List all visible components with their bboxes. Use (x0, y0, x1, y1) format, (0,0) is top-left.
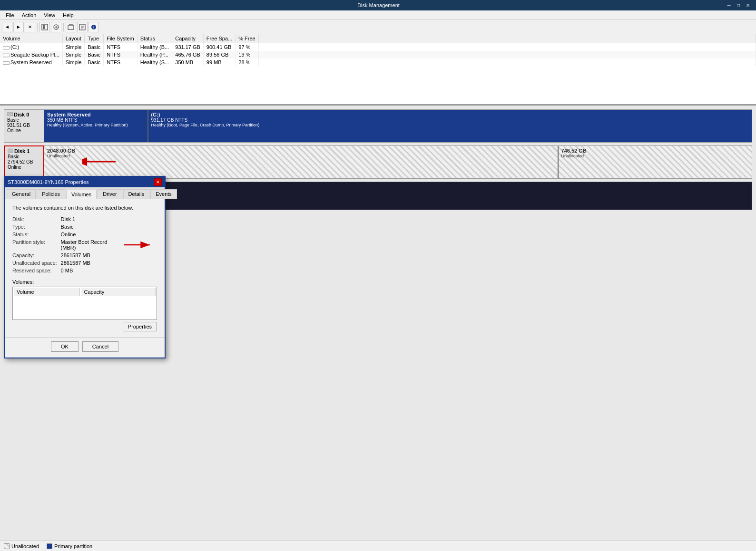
toolbar-btn-3[interactable] (66, 22, 76, 32)
legend-unallocated: Unallocated (4, 543, 39, 549)
col-status: Status (137, 34, 172, 43)
annotation-arrow-2 (124, 240, 157, 250)
svg-rect-18 (7, 112, 13, 116)
cell-type: Basic (85, 58, 104, 66)
capacity-label: Capacity: (12, 252, 57, 258)
partition-name: System Reserved (47, 112, 145, 117)
toolbar-btn-4[interactable] (77, 22, 88, 32)
disk1-name: Disk 1 (8, 148, 40, 154)
cell-status: Healthy (P... (137, 51, 172, 58)
status-label: Status: (12, 232, 57, 237)
menu-file[interactable]: File (2, 11, 18, 19)
cell-fs: NTFS (104, 51, 137, 58)
type-label: Type: (12, 224, 57, 230)
col-filesystem: File System (104, 34, 137, 43)
tab-volumes[interactable]: Volumes (66, 190, 97, 199)
forward-button[interactable]: ► (13, 22, 24, 32)
cell-capacity: 931.17 GB (172, 43, 204, 51)
disk1-partitions: 2048.00 GB Unallocated (44, 145, 752, 179)
menu-bar: File Action View Help (0, 10, 756, 20)
toolbar-btn-5[interactable]: i (88, 22, 99, 32)
back-button[interactable]: ◄ (2, 22, 12, 32)
volumes-table: Volume Capacity (12, 287, 157, 320)
legend-primary-label: Primary partition (54, 543, 92, 549)
cell-capacity: 465.76 GB (172, 51, 204, 58)
tab-general[interactable]: General (7, 189, 36, 199)
svg-rect-17 (3, 62, 9, 64)
annotation-arrow-1 (82, 155, 120, 170)
tab-driver[interactable]: Driver (98, 189, 122, 199)
cancel-button[interactable]: Cancel (82, 341, 118, 352)
unallocated-label: Unallocated space: (12, 260, 57, 266)
partition-name: (C:) (151, 112, 749, 117)
capacity-value: 2861587 MB (61, 252, 157, 258)
col-layout: Layout (62, 34, 85, 43)
tab-policies[interactable]: Policies (37, 189, 65, 199)
toolbar-separator-2 (63, 23, 64, 31)
minimize-button[interactable]: ─ (725, 1, 733, 9)
svg-text:i: i (93, 25, 94, 29)
cell-fs: NTFS (104, 43, 137, 51)
dialog-description: The volumes contained on this disk are l… (12, 205, 157, 211)
menu-action[interactable]: Action (18, 11, 40, 19)
toolbar-btn-1[interactable] (39, 22, 50, 32)
partition-unallocated-2[interactable]: 746.52 GB Unallocated (559, 146, 752, 178)
partition-size: 350 MB NTFS (47, 117, 145, 123)
window-title: Disk Management (32, 2, 725, 8)
window-controls[interactable]: ─ □ ✕ (725, 1, 752, 9)
unallocated-value: 2861587 MB (61, 260, 157, 266)
dialog-footer: OK Cancel (5, 337, 165, 358)
reserved-value: 0 MB (61, 268, 157, 273)
col-freespace: Free Spa... (203, 34, 235, 43)
ok-button[interactable]: OK (51, 341, 79, 352)
status-value: Online (61, 232, 157, 237)
partition-size: 931.17 GB NTFS (151, 117, 749, 123)
disk0-partitions: System Reserved 350 MB NTFS Healthy (Sys… (44, 109, 752, 143)
partition-c[interactable]: (C:) 931.17 GB NTFS Healthy (Boot, Page … (148, 110, 752, 142)
partition-system-reserved[interactable]: System Reserved 350 MB NTFS Healthy (Sys… (44, 110, 148, 142)
menu-help[interactable]: Help (59, 11, 78, 19)
disk0-type: Basic (7, 117, 41, 123)
table-row[interactable]: System Reserved Simple Basic NTFS Health… (0, 58, 756, 66)
toolbar-btn-2[interactable] (51, 22, 61, 32)
cell-pct: 28 % (236, 58, 258, 66)
properties-dialog: ST3000DM001-9YN166 Properties ✕ General … (4, 176, 166, 358)
disk1-label[interactable]: Disk 1 Basic 2794.52 GB Online (4, 145, 44, 179)
cell-status: Healthy (S... (137, 58, 172, 66)
legend-primary: Primary partition (47, 543, 92, 549)
disk0-label[interactable]: Disk 0 Basic 931.51 GB Online (4, 109, 44, 143)
cell-free: 99 MB (203, 58, 235, 66)
up-button[interactable]: ✕ (25, 22, 35, 32)
cell-type: Basic (85, 51, 104, 58)
disk0-row: Disk 0 Basic 931.51 GB Online System Res… (4, 109, 752, 143)
cell-layout: Simple (62, 51, 85, 58)
properties-button[interactable]: Properties (123, 322, 157, 331)
svg-rect-13 (3, 47, 9, 49)
status-bar: Unallocated Primary partition (0, 541, 756, 551)
partition-unallocated-1[interactable]: 2048.00 GB Unallocated (44, 146, 559, 178)
maximize-button[interactable]: □ (734, 1, 743, 9)
tab-details[interactable]: Details (123, 189, 150, 199)
volumes-tbody (14, 296, 156, 318)
cell-volume: (C:) (0, 43, 62, 51)
cell-fs: NTFS (104, 58, 137, 66)
type-value: Basic (61, 224, 157, 230)
svg-rect-5 (68, 25, 74, 29)
close-button[interactable]: ✕ (744, 1, 752, 9)
dialog-info-grid: Disk: Disk 1 Type: Basic Status: Online … (12, 216, 157, 273)
dialog-close-button[interactable]: ✕ (154, 178, 162, 186)
col-vol-capacity: Capacity (81, 288, 156, 296)
legend-unallocated-label: Unallocated (11, 543, 39, 549)
dialog-title-bar: ST3000DM001-9YN166 Properties ✕ (5, 177, 165, 187)
col-capacity: Capacity (172, 34, 204, 43)
table-row[interactable]: Seagate Backup Pl... Simple Basic NTFS H… (0, 51, 756, 58)
menu-view[interactable]: View (40, 11, 59, 19)
title-bar: Disk Management ─ □ ✕ (0, 0, 756, 10)
table-header-row: Volume Layout Type File System Status Ca… (0, 34, 756, 43)
disk1-row: Disk 1 Basic 2794.52 GB Online 2048.00 G… (4, 145, 752, 179)
svg-rect-15 (3, 54, 9, 57)
volume-table: Volume Layout Type File System Status Ca… (0, 34, 756, 66)
tab-events[interactable]: Events (150, 189, 177, 199)
table-row[interactable]: (C:) Simple Basic NTFS Healthy (B... 931… (0, 43, 756, 51)
cell-layout: Simple (62, 43, 85, 51)
